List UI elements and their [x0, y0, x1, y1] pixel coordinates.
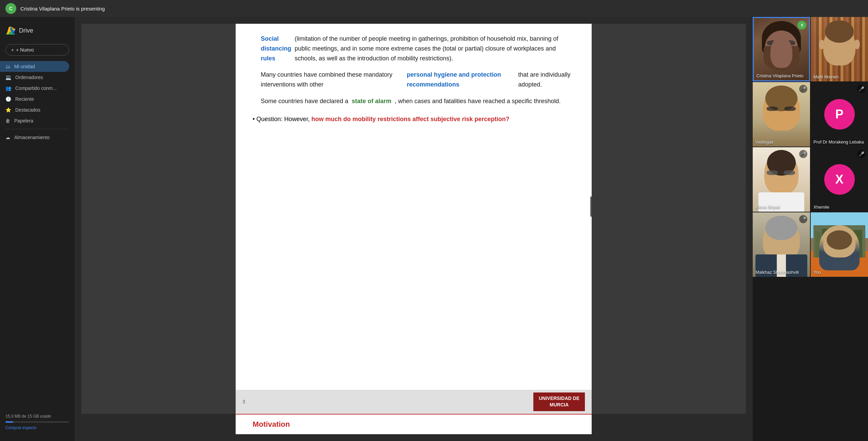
sidebar-item-label: Papelera — [14, 118, 33, 123]
participant-name-lebaka: Prof Dr Morakeng Lebaka — [813, 139, 864, 145]
slide-wrapper: Social distancing rules (limitation of t… — [81, 24, 746, 414]
participant-tile-lebaka[interactable]: P 🎤 Prof Dr Morakeng Lebaka — [811, 82, 868, 147]
comprar-espacio-link[interactable]: Comprar espacio — [5, 425, 69, 430]
slide-bottom-partial: Motivation — [236, 414, 592, 434]
mute-icon-malkhaz: 🎤 — [799, 215, 807, 223]
list-item-2-rest: that are individually adopted. — [518, 70, 575, 90]
slide-page-number: 3 — [242, 399, 245, 404]
presenter-status: Cristina Vilaplana Prieto is presenting — [20, 6, 105, 12]
partial-title: Motivation — [253, 420, 290, 428]
mute-icon-kleva: 🎤 — [799, 150, 807, 158]
ordenadores-icon: 💻 — [5, 75, 11, 80]
sidebar-item-destacados[interactable]: ⭐ Destacados — [0, 104, 69, 115]
participant-tile-matti[interactable]: Matti Itkonen — [811, 17, 868, 81]
sidebar-item-label: Reciente — [15, 96, 34, 102]
question-pre: • Question: However, — [253, 116, 311, 122]
sidebar-item-compartido[interactable]: 👥 Compartido conm... — [0, 83, 69, 94]
mute-icon-lebaka: 🎤 — [857, 85, 865, 93]
mi-unidad-icon: 🗂 — [5, 64, 10, 69]
participant-tile-vaidogas[interactable]: 🎤 Vaidogas — [753, 82, 810, 147]
participant-name-matti: Matti Itkonen — [813, 74, 839, 79]
sidebar-item-label: Almacenamiento — [14, 135, 50, 140]
university-line2: MURCIA — [539, 402, 579, 408]
list-item-2: Many countries have combined these manda… — [261, 70, 575, 90]
personal-hygiene-highlight: personal hygiene and protection recommen… — [407, 70, 515, 90]
main-area: Drive + + Nuevo 🗂 Mi unidad 💻 Ordenadore… — [0, 17, 868, 441]
participant-name-malkhaz: Malkhaz Shashiashvili — [755, 270, 799, 275]
slide-list: Social distancing rules (limitation of t… — [253, 34, 575, 106]
sidebar-item-ordenadores[interactable]: 💻 Ordenadores — [0, 72, 69, 83]
storage-info: 15,3 MB de 15 GB usado Comprar espacio — [0, 408, 75, 436]
drive-label: Drive — [19, 27, 33, 34]
mute-icon-xhemile: 🎤 — [857, 150, 865, 158]
list-item-3-rest: , when cases and fatalities have reached… — [395, 96, 560, 106]
nuevo-label: + Nuevo — [16, 47, 34, 53]
presenter-avatar: C — [5, 3, 16, 14]
participant-name-you: You — [813, 270, 821, 275]
list-item-3: Some countries have declared a state of … — [261, 96, 575, 106]
avatar-P: P — [824, 99, 855, 130]
scroll-indicator — [590, 196, 592, 217]
state-of-alarm-highlight: state of alarm — [352, 96, 391, 106]
papelera-icon: 🗑 — [5, 118, 10, 123]
participant-name-cristina: Cristina Vilaplana Prieto — [756, 73, 804, 78]
presentation-container: Social distancing rules (limitation of t… — [75, 17, 753, 441]
sidebar-item-label: Destacados — [15, 107, 40, 113]
you-video — [811, 212, 868, 277]
sidebar-item-label: Ordenadores — [15, 75, 43, 80]
university-line1: UNIVERSIDAD DE — [539, 395, 579, 402]
mute-icon-vaidogas: 🎤 — [799, 85, 807, 93]
participant-name-vaidogas: Vaidogas — [755, 139, 773, 145]
center-content: Social distancing rules (limitation of t… — [75, 17, 753, 441]
list-item-1: Social distancing rules (limitation of t… — [261, 34, 575, 63]
sidebar-item-mi-unidad[interactable]: 🗂 Mi unidad — [0, 61, 69, 72]
storage-text: 15,3 MB de 15 GB usado — [5, 414, 51, 419]
sidebar-item-almacenamiento[interactable]: ☁ Almacenamiento — [0, 132, 69, 143]
sidebar-divider — [5, 129, 69, 129]
participant-name-xhemile: Xhemile — [813, 205, 829, 210]
participant-tile-kleva[interactable]: 🎤 Kleva Shpati — [753, 147, 810, 212]
avatar-X: X — [824, 164, 855, 195]
presenting-badge-cristina: ⏸ — [797, 21, 806, 30]
social-distancing-highlight: Social distancing rules — [261, 34, 291, 63]
drive-logo: Drive — [0, 22, 75, 39]
drive-icon — [5, 25, 16, 36]
participant-name-kleva: Kleva Shpati — [755, 205, 780, 210]
matti-video — [811, 17, 868, 81]
participant-tile-cristina[interactable]: ⏸ Cristina Vilaplana Prieto — [753, 17, 810, 81]
sidebar-item-label: Compartido conm... — [15, 85, 57, 91]
slide-content: Social distancing rules (limitation of t… — [236, 24, 592, 390]
top-bar: C Cristina Vilaplana Prieto is presentin… — [0, 0, 868, 17]
right-sidebar: ⏸ Cristina Vilaplana Prieto Matti Itkone… — [753, 17, 868, 441]
sidebar-item-papelera[interactable]: 🗑 Papelera — [0, 115, 69, 126]
list-item-1-rest: (limitation of the number of people meet… — [295, 34, 575, 63]
slide-footer: 3 UNIVERSIDAD DE MURCIA — [236, 390, 592, 414]
slide-question: • Question: However, how much do mobilit… — [253, 114, 575, 124]
list-item-2-pre: Many countries have combined these manda… — [261, 70, 403, 90]
list-item-3-pre: Some countries have declared a — [261, 96, 348, 106]
sidebar-item-reciente[interactable]: 🕒 Reciente — [0, 94, 69, 104]
participant-grid: ⏸ Cristina Vilaplana Prieto Matti Itkone… — [753, 17, 868, 277]
storage-bar-fill — [5, 421, 13, 423]
university-logo: UNIVERSIDAD DE MURCIA — [533, 392, 585, 411]
nuevo-button[interactable]: + + Nuevo — [5, 44, 69, 56]
destacados-icon: ⭐ — [5, 107, 11, 113]
reciente-icon: 🕒 — [5, 96, 11, 102]
question-highlight: how much do mobility restrictions affect… — [311, 116, 509, 122]
compartido-icon: 👥 — [5, 85, 11, 91]
plus-icon: + — [11, 47, 14, 53]
left-sidebar: Drive + + Nuevo 🗂 Mi unidad 💻 Ordenadore… — [0, 17, 75, 441]
participant-tile-you[interactable]: You — [811, 212, 868, 277]
participant-tile-xhemile[interactable]: X 🎤 Xhemile — [811, 147, 868, 212]
storage-bar-bg — [5, 421, 69, 423]
sidebar-item-label: Mi unidad — [14, 64, 35, 69]
almacenamiento-icon: ☁ — [5, 135, 10, 140]
participant-tile-malkhaz[interactable]: 🎤 Malkhaz Shashiashvili — [753, 212, 810, 277]
